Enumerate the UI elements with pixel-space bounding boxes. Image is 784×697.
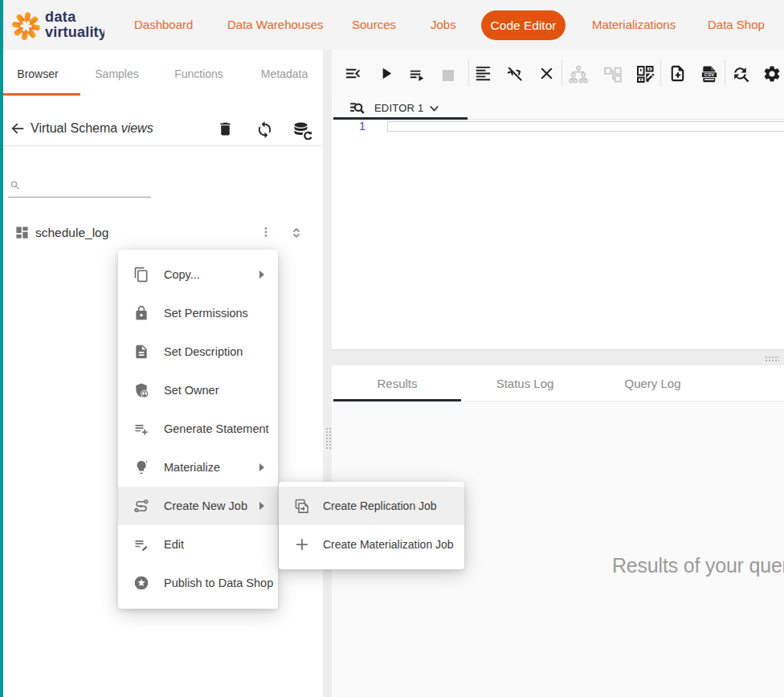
svg-text:data: data — [45, 9, 76, 25]
svg-text:CSV: CSV — [704, 72, 714, 77]
svg-text:virtuality: virtuality — [45, 24, 104, 40]
